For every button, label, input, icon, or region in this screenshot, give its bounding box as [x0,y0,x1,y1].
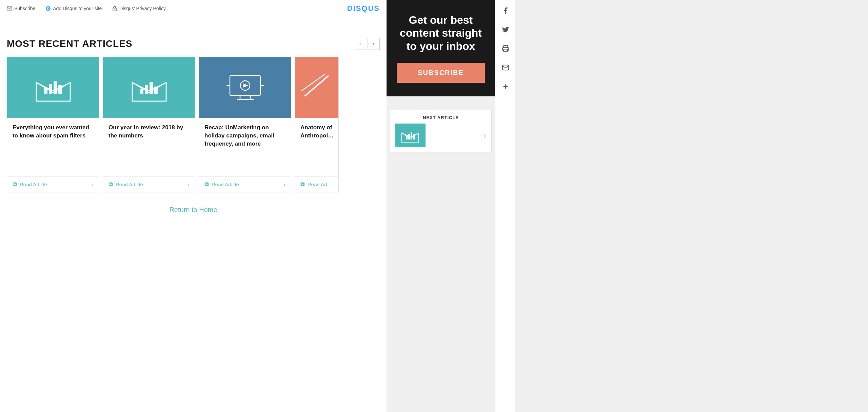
plus-icon[interactable] [502,83,509,92]
facebook-icon[interactable] [502,7,509,16]
svg-rect-17 [145,85,148,94]
diagonal-icon [298,72,335,103]
svg-rect-34 [406,136,408,139]
disqus-logo: DISQUS [347,4,380,13]
card-4-footer: ⧉ Read Art [295,176,338,192]
sidebar-spacer [387,96,495,110]
chevron-1: › [92,182,94,187]
privacy-link[interactable]: Disqus' Privacy Policy [112,6,166,11]
nav-arrows: ‹ › [354,38,380,50]
card-1-image [7,57,99,118]
card-2-footer: ⧉ Read Article › [103,176,195,192]
privacy-label: Disqus' Privacy Policy [119,6,166,11]
next-arrow[interactable]: › [368,38,380,50]
envelope-chart-icon-1 [35,72,72,103]
subscribe-label: Subscribe [14,6,35,11]
subscribe-link[interactable]: Subscribe [7,6,35,11]
svg-rect-36 [411,132,412,139]
add-disqus-link[interactable]: D Add Disqus to your site [45,6,102,11]
next-article-chevron-icon[interactable]: › [484,130,487,141]
article-card-4: Anatomy of Anthropol… ⧉ Read Art [295,57,339,192]
articles-section-title: MOST RECENT ARTICLES [7,38,133,49]
disqus-bar: Subscribe D Add Disqus to your site Disq… [0,0,387,17]
article-card-2: Our year in review: 2018 by the numbers … [103,57,195,192]
svg-text:D: D [47,7,50,11]
rss-icon-1: ⧉ [13,181,17,188]
card-2-title: Our year in review: 2018 by the numbers [108,124,190,140]
svg-rect-3 [113,8,116,11]
next-article-label: NEXT ARTICLE [395,115,487,120]
subscribe-button[interactable]: SUBSCRIBE [397,63,485,83]
next-article-widget: NEXT ARTICLE › [390,110,492,152]
subscribe-widget-title: Get our best content straight to your in… [397,14,485,53]
articles-grid: Everything you ever wanted to know about… [7,57,380,192]
rss-icon-3: ⧉ [204,181,209,188]
add-disqus-label: Add Disqus to your site [53,6,102,11]
read-article-link-1[interactable]: Read Article [20,182,47,187]
articles-section: MOST RECENT ARTICLES ‹ › [0,31,387,192]
section-spacer [0,17,387,31]
card-4-title: Anatomy of Anthropol… [300,124,333,140]
svg-rect-11 [58,85,62,94]
card-2-body: Our year in review: 2018 by the numbers [103,118,195,176]
prev-arrow[interactable]: ‹ [354,38,366,50]
svg-marker-27 [243,83,248,88]
svg-rect-8 [44,88,47,94]
read-article-link-4[interactable]: Read Art [308,182,327,187]
article-card-1: Everything you ever wanted to know about… [7,57,99,192]
articles-header: MOST RECENT ARTICLES ‹ › [7,38,380,50]
print-icon[interactable] [502,45,509,54]
svg-rect-37 [413,134,415,139]
rss-icon-4: ⧉ [300,181,305,188]
card-3-footer: ⧉ Read Article › [199,176,291,192]
svg-rect-10 [54,81,57,94]
chevron-2: › [188,182,190,187]
card-1-body: Everything you ever wanted to know about… [7,118,99,176]
card-1-title: Everything you ever wanted to know about… [13,124,94,140]
monitor-play-icon [226,72,264,103]
card-4-image [295,57,338,118]
svg-rect-18 [150,82,153,94]
next-article-thumbnail-icon [401,128,420,143]
return-home: Return to Home [0,192,387,227]
email-icon[interactable] [502,64,509,73]
subscribe-widget: Get our best content straight to your in… [387,0,495,96]
card-3-image [199,57,291,118]
disqus-d-icon: D [45,6,51,11]
svg-rect-38 [504,49,507,52]
rss-icon-2: ⧉ [108,181,113,188]
card-2-image [103,57,195,118]
social-sidebar [495,0,515,412]
right-sidebar: Get our best content straight to your in… [387,0,495,412]
card-3-title: Recap: UnMarketing on holiday campaigns,… [204,124,285,148]
chevron-3: › [284,182,285,187]
svg-rect-19 [154,87,158,94]
article-card-3: Recap: UnMarketing on holiday campaigns,… [199,57,291,192]
envelope-chart-icon-2 [131,72,168,103]
next-article-thumb-row: › [395,124,487,147]
read-article-link-3[interactable]: Read Article [212,182,239,187]
next-article-thumb [395,124,426,147]
card-4-body: Anatomy of Anthropol… [295,118,338,176]
return-home-link[interactable]: Return to Home [169,206,217,213]
card-3-body: Recap: UnMarketing on holiday campaigns,… [199,118,291,176]
svg-rect-16 [140,89,143,94]
svg-rect-35 [408,134,410,139]
lock-icon [112,6,117,11]
envelope-icon [7,6,12,11]
card-1-footer: ⧉ Read Article › [7,176,99,192]
svg-rect-9 [49,84,52,94]
twitter-icon[interactable] [502,26,509,35]
read-article-link-2[interactable]: Read Article [116,182,143,187]
